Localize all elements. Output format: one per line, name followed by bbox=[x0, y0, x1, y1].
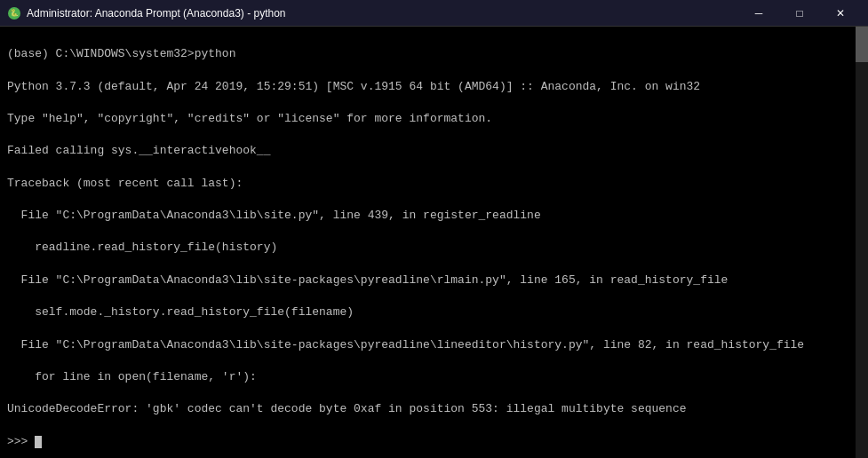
scrollbar[interactable] bbox=[856, 27, 868, 458]
titlebar: 🐍 Administrator: Anaconda Prompt (Anacon… bbox=[0, 0, 868, 27]
snake-icon: 🐍 bbox=[8, 7, 20, 20]
scrollbar-thumb[interactable] bbox=[856, 27, 868, 62]
terminal-line: File "C:\ProgramData\Anaconda3\lib\site.… bbox=[7, 208, 861, 224]
terminal-wrapper: (base) C:\WINDOWS\system32>python Python… bbox=[0, 27, 868, 458]
close-button[interactable]: ✕ bbox=[820, 0, 861, 27]
maximize-button[interactable]: □ bbox=[779, 0, 820, 27]
terminal-line: for line in open(filename, 'r'): bbox=[7, 369, 861, 385]
titlebar-controls: ─ □ ✕ bbox=[738, 0, 861, 27]
terminal-line: (base) C:\WINDOWS\system32>python bbox=[7, 46, 861, 62]
cursor bbox=[35, 436, 42, 448]
terminal-prompt-line: >>> bbox=[7, 434, 861, 450]
app-icon: 🐍 bbox=[7, 6, 21, 20]
terminal-line: File "C:\ProgramData\Anaconda3\lib\site-… bbox=[7, 337, 861, 353]
terminal[interactable]: (base) C:\WINDOWS\system32>python Python… bbox=[0, 27, 868, 458]
terminal-line: Type "help", "copyright", "credits" or "… bbox=[7, 111, 861, 127]
minimize-button[interactable]: ─ bbox=[738, 0, 779, 27]
terminal-line: Failed calling sys.__interactivehook__ bbox=[7, 143, 861, 159]
terminal-line: File "C:\ProgramData\Anaconda3\lib\site-… bbox=[7, 272, 861, 288]
terminal-line: Python 3.7.3 (default, Apr 24 2019, 15:2… bbox=[7, 79, 861, 95]
terminal-line: readline.read_history_file(history) bbox=[7, 240, 861, 256]
titlebar-left: 🐍 Administrator: Anaconda Prompt (Anacon… bbox=[7, 6, 286, 20]
terminal-line: Traceback (most recent call last): bbox=[7, 176, 861, 192]
titlebar-title: Administrator: Anaconda Prompt (Anaconda… bbox=[27, 7, 286, 20]
terminal-line: UnicodeDecodeError: 'gbk' codec can't de… bbox=[7, 401, 861, 417]
terminal-line: self.mode._history.read_history_file(fil… bbox=[7, 304, 861, 320]
